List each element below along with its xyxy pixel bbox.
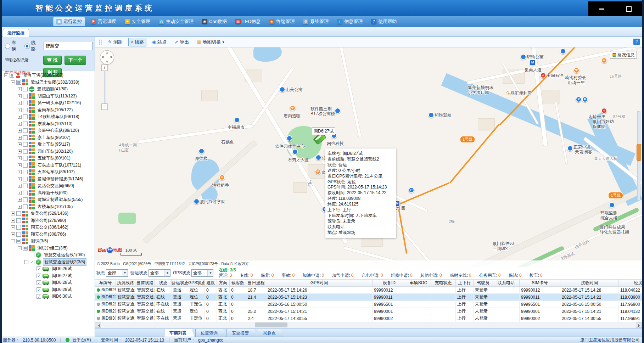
map-pan-control[interactable]: ▲ ▼ ◀ ▶ (100, 50, 114, 64)
tree-item[interactable]: +鹭城酒测(41/50) (2, 86, 95, 93)
poi-marker[interactable] (279, 86, 285, 92)
poi-marker[interactable] (194, 198, 200, 204)
find-button[interactable]: 查 找 (43, 56, 62, 65)
map-tool-map-switch[interactable]: ▦地图切换▾ (195, 38, 226, 46)
poi-marker[interactable] (335, 108, 341, 114)
bottom-tab-1[interactable]: 车辆列表 (164, 329, 195, 337)
tree-item[interactable]: ✓智慧交通运营线1(0/0) (2, 252, 95, 259)
horizontal-scrollbar[interactable] (95, 322, 642, 328)
expander-icon[interactable]: + (18, 177, 22, 181)
menu-item-7[interactable]: ◈终端管理 (266, 17, 297, 26)
checkbox[interactable] (23, 184, 28, 188)
expander-icon[interactable]: + (18, 129, 22, 133)
column-header[interactable]: 车牌号 (95, 280, 116, 287)
tree-item[interactable]: +火车站车队(89/107) (2, 169, 95, 176)
tree-item[interactable]: +园山车队(102/120) (2, 148, 95, 155)
column-header[interactable]: 设备ID (373, 280, 406, 287)
expander-icon[interactable]: + (18, 101, 22, 105)
restaurant-marker[interactable]: Ψ (315, 169, 321, 175)
menu-item-4[interactable]: ◎主动安全管理 (156, 17, 196, 26)
tree-item[interactable]: +胡里山车队(113/123) (2, 93, 95, 100)
status-filter-select[interactable]: 全部 ▼ (106, 269, 128, 277)
column-header[interactable]: SIM卡号 (520, 280, 560, 287)
table-row[interactable]: 闽D6I27试智慧交通运...智慧交通运...在线营运定位0西北021.4202… (95, 294, 642, 301)
hospital-marker[interactable]: + (601, 108, 607, 114)
tree-item[interactable]: +高峰新干线(0/0) (2, 190, 95, 197)
pan-down-icon[interactable]: ▼ (106, 61, 108, 64)
checkbox[interactable]: ✓ (37, 280, 41, 285)
checkbox[interactable]: ✓ (37, 266, 41, 271)
bottom-tab-3[interactable]: 安全报警 (226, 329, 257, 337)
checkbox[interactable] (16, 211, 21, 216)
tree-item[interactable]: +金尚车队(105/122) (2, 107, 95, 114)
tree-item[interactable]: +墩上车队(95/117) (2, 141, 95, 148)
line-radio[interactable] (24, 44, 30, 49)
column-header[interactable]: 所属线路 (116, 280, 135, 287)
expander-icon[interactable]: + (11, 219, 15, 223)
expander-icon[interactable]: + (18, 136, 22, 140)
map-corner-badge[interactable]: 2 (633, 39, 640, 45)
expander-icon[interactable]: + (18, 163, 22, 167)
column-header[interactable]: 经度 (619, 280, 642, 287)
expander-icon[interactable]: + (18, 94, 22, 98)
checkbox[interactable] (23, 142, 28, 147)
scroll-left-icon[interactable] (95, 322, 101, 328)
operation-filter-select[interactable]: 全部 ▼ (149, 269, 170, 277)
tree-item[interactable]: +鹭城停驶待报废(0/1746) (2, 176, 95, 183)
minimize-icon[interactable] (599, 9, 604, 10)
expander-icon[interactable]: + (18, 205, 22, 209)
map-canvas[interactable]: ▲ ▼ ◀ ▶ + − 路况信息 闽D6I27试 ☝ 车牌号: 闽D6I27试当… (95, 47, 642, 267)
tree-item[interactable]: −✓✓智慧交通运营线2(3/5) (2, 259, 95, 266)
tree-item[interactable]: +鹭城定制通勤车队(5/55) (2, 196, 95, 203)
column-header[interactable]: 速度 (205, 280, 217, 287)
column-header[interactable]: 联系电话 (493, 280, 520, 287)
checkbox[interactable] (23, 177, 28, 181)
expander-icon[interactable]: + (18, 150, 22, 153)
checkbox[interactable]: ✓ (37, 294, 41, 299)
column-header[interactable]: 接收时间 (560, 280, 619, 287)
restaurant-marker[interactable]: Ψ (219, 174, 225, 180)
checkbox[interactable] (23, 128, 28, 133)
checkbox[interactable] (23, 149, 28, 154)
table-row[interactable]: 闽D6I29试智慧交通运...智慧交通运...在线营运定位0西北025.2202… (95, 308, 642, 315)
tree-item[interactable]: +石头皮山车队(107/121) (2, 162, 95, 169)
checkbox[interactable] (23, 122, 28, 126)
tree-item[interactable]: +集美公司(529/1436) (2, 210, 95, 217)
scroll-right-icon[interactable] (636, 322, 642, 328)
tree-item[interactable]: ✓闽D6I28试 (2, 279, 95, 286)
traffic-info-button[interactable]: 路况信息 (610, 51, 637, 59)
tree-item[interactable]: ✓闽D6I27试 (2, 272, 95, 280)
scrollbar-thumb[interactable] (255, 322, 287, 327)
expander-icon[interactable]: − (11, 80, 15, 84)
checkbox[interactable] (16, 239, 21, 243)
poi-marker[interactable] (286, 135, 292, 141)
map-tool-ruler[interactable]: ✎测距 (106, 38, 125, 46)
tree-item[interactable]: ✓闽D6I30试 (2, 293, 95, 300)
bottom-tab-4[interactable]: 兴趣点 (258, 329, 284, 337)
tree-item[interactable]: +灵活公交区间(66/0) (2, 182, 95, 190)
column-header[interactable]: 当日里程 (246, 280, 266, 287)
expander-icon[interactable]: + (18, 198, 22, 202)
poi-marker[interactable] (198, 148, 205, 154)
menu-item-1[interactable]: ▣运行监控 (53, 17, 85, 26)
tree-item[interactable]: +翔安公司(308/766) (2, 231, 95, 238)
tree-item[interactable]: ✓闽D6I29试 (2, 286, 95, 293)
expander-icon[interactable]: + (18, 142, 22, 146)
expander-icon[interactable]: + (18, 170, 22, 174)
column-header[interactable]: 当前线路 (135, 280, 155, 287)
checkbox[interactable] (16, 232, 21, 237)
checkbox[interactable] (23, 204, 28, 209)
expander-icon[interactable]: + (18, 122, 22, 126)
restaurant-marker[interactable]: Ψ (290, 105, 296, 111)
map-tool-export[interactable]: ⇗导出 (172, 38, 191, 46)
column-header[interactable]: 驾驶员 (474, 280, 493, 287)
column-header[interactable]: 方向 (217, 280, 230, 287)
tree-item[interactable]: +第一码头车队(102/116) (2, 100, 95, 107)
expander-icon[interactable]: − (4, 73, 8, 77)
parking-marker[interactable]: P (582, 96, 588, 102)
checkbox[interactable] (23, 163, 28, 168)
poi-marker[interactable] (292, 149, 298, 155)
menu-item-8[interactable]: ⚙系统管理 (300, 17, 331, 26)
checkbox[interactable]: ✓ (30, 260, 34, 264)
expander-icon[interactable]: + (18, 115, 22, 119)
